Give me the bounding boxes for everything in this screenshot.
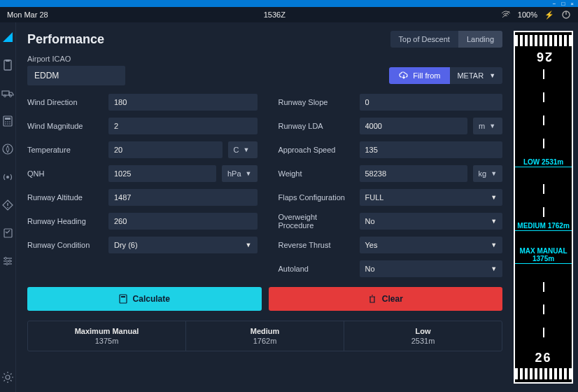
autoland-select[interactable]: No▼ <box>360 260 503 277</box>
reverse-thrust-select[interactable]: Yes▼ <box>360 237 503 253</box>
chevron-down-icon: ▼ <box>246 241 252 248</box>
calculator-icon <box>119 294 127 304</box>
svg-rect-29 <box>121 296 125 298</box>
chevron-down-icon: ▼ <box>491 194 497 201</box>
calculate-button[interactable]: Calculate <box>27 287 262 311</box>
runway-altitude-label: Runway Altitude <box>27 193 103 202</box>
approach-speed-label: Approach Speed <box>279 146 354 154</box>
runway-slope-label: Runway Slope <box>279 98 354 106</box>
svg-rect-3 <box>4 60 11 70</box>
wind-magnitude-label: Wind Magnitude <box>27 122 103 130</box>
runway-lda-input[interactable] <box>360 118 468 134</box>
status-battery: 100% <box>518 10 537 19</box>
icao-label: Airport ICAO <box>27 55 502 63</box>
status-zulu: 1536Z <box>264 10 286 19</box>
wind-direction-input[interactable] <box>108 94 258 111</box>
svg-rect-4 <box>6 59 10 62</box>
chevron-down-icon: ▼ <box>491 265 497 272</box>
chevron-down-icon: ▼ <box>489 122 495 130</box>
approach-speed-input[interactable] <box>360 141 503 158</box>
runway-heading-label: Runway Heading <box>27 217 103 225</box>
tab-switch: Top of Descent Landing <box>390 31 503 48</box>
svg-point-7 <box>10 95 12 97</box>
flaps-select[interactable]: FULL▼ <box>360 189 503 206</box>
svg-rect-9 <box>5 118 10 120</box>
svg-rect-5 <box>2 91 9 95</box>
svg-point-22 <box>5 258 7 260</box>
chevron-down-icon: ▼ <box>491 241 497 248</box>
truck-icon[interactable] <box>0 85 15 101</box>
gear-icon[interactable] <box>0 370 15 385</box>
minimize-icon[interactable]: − <box>553 1 556 7</box>
runway-marker-medium: MEDIUM 1762m <box>515 222 572 231</box>
svg-point-10 <box>5 121 6 122</box>
sliders-icon[interactable] <box>0 253 15 269</box>
runway-heading-input[interactable] <box>108 213 258 230</box>
results-panel: Maximum Manual 1375m Medium 1762m Low 25… <box>27 321 502 351</box>
runway-altitude-input[interactable] <box>108 189 258 206</box>
close-icon[interactable]: × <box>570 1 574 7</box>
svg-point-11 <box>7 121 8 122</box>
tab-top-of-descent[interactable]: Top of Descent <box>390 31 458 48</box>
svg-point-19 <box>7 207 8 209</box>
svg-point-14 <box>7 123 8 125</box>
weight-input[interactable] <box>360 165 467 182</box>
svg-point-15 <box>9 123 10 125</box>
fill-source-select[interactable]: METAR ▼ <box>450 67 502 84</box>
tab-landing[interactable]: Landing <box>458 31 502 48</box>
checklist-icon[interactable] <box>0 225 15 241</box>
overweight-label: Overweight Procedure <box>279 213 354 230</box>
weight-label: Weight <box>279 169 354 178</box>
chevron-down-icon: ▼ <box>491 170 497 177</box>
warning-icon[interactable] <box>0 197 15 213</box>
runway-condition-label: Runway Condition <box>27 241 103 249</box>
cloud-download-icon <box>399 71 409 80</box>
qnh-input[interactable] <box>108 165 216 182</box>
clipboard-icon[interactable] <box>0 57 15 73</box>
runway-designator-top: 26 <box>535 49 552 64</box>
svg-rect-20 <box>4 229 12 237</box>
temperature-unit-select[interactable]: C▼ <box>228 141 258 158</box>
runway-condition-select[interactable]: Dry (6)▼ <box>108 237 258 253</box>
runway-lda-label: Runway LDA <box>279 122 354 130</box>
clear-button[interactable]: Clear <box>269 287 503 311</box>
runway-designator-bottom: 26 <box>535 351 552 365</box>
status-bar: Mon Mar 28 1536Z 100% ⚡ <box>0 7 578 22</box>
runway-marker-low: LOW 2531m <box>515 158 572 167</box>
logo-icon[interactable] <box>0 29 15 45</box>
svg-point-26 <box>6 263 8 265</box>
qnh-unit-select[interactable]: hPa▼ <box>222 165 258 182</box>
maximize-icon[interactable]: □ <box>561 1 565 7</box>
runway-marker-max: MAX MANUAL 1375m <box>515 247 572 264</box>
svg-point-27 <box>6 375 10 379</box>
lda-unit-select[interactable]: m▼ <box>473 118 502 134</box>
temperature-input[interactable] <box>108 141 223 158</box>
power-icon[interactable] <box>561 10 571 20</box>
overweight-select[interactable]: No▼ <box>360 213 503 230</box>
chevron-down-icon: ▼ <box>491 218 497 225</box>
svg-point-6 <box>4 95 6 97</box>
runway-threshold-top <box>515 32 572 49</box>
airport-icao-input[interactable] <box>27 66 125 85</box>
flaps-label: Flaps Configuration <box>279 193 354 202</box>
runway-threshold-bottom <box>515 365 572 382</box>
svg-point-13 <box>5 123 6 125</box>
svg-point-12 <box>9 121 10 122</box>
weight-unit-select[interactable]: kg▼ <box>473 165 503 182</box>
runway-slope-input[interactable] <box>360 94 503 111</box>
chevron-down-icon: ▼ <box>246 170 252 177</box>
svg-point-17 <box>6 176 9 178</box>
calculator-icon[interactable] <box>0 113 15 129</box>
fill-from-button[interactable]: Fill from <box>389 67 450 84</box>
chevron-down-icon: ▼ <box>489 72 495 79</box>
chevron-down-icon: ▼ <box>243 146 249 153</box>
compass-icon[interactable] <box>0 141 15 157</box>
svg-point-24 <box>9 260 11 262</box>
runway-diagram: 26 LOW 2531m MEDIUM 1762m MAX MANUAL 137… <box>514 31 573 384</box>
autoland-label: Autoland <box>279 265 354 273</box>
wind-magnitude-input[interactable] <box>108 118 258 134</box>
radio-icon[interactable] <box>0 169 15 185</box>
wifi-icon <box>501 10 511 19</box>
plug-icon: ⚡ <box>544 10 554 20</box>
sidebar <box>0 22 16 392</box>
